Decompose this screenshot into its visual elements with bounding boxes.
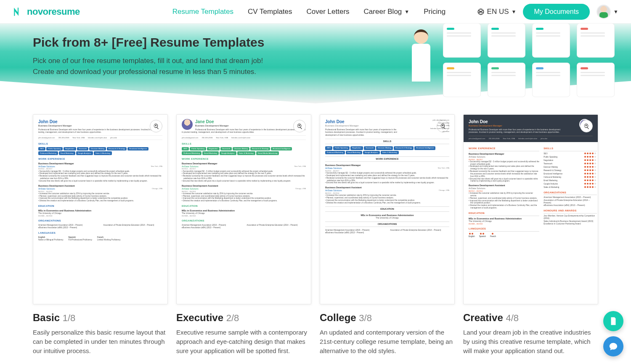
contact-row: john.doe@gmail.com202-555-0166New York, … bbox=[38, 135, 162, 140]
chevron-down-icon: ▼ bbox=[404, 9, 409, 15]
chat-fab[interactable] bbox=[603, 336, 623, 356]
template-desc: Executive resume sample with a contempor… bbox=[176, 328, 311, 355]
template-title: Creative 4/8 bbox=[463, 312, 598, 324]
templates-grid: John Doe Business Development Manager Pr… bbox=[0, 103, 631, 364]
creative-body: WORK EXPERIENCE Business Development Man… bbox=[464, 142, 598, 242]
skills-row: SEOPublic SpeakingNegotiationTeamworkDec… bbox=[38, 147, 162, 155]
template-executive: Jane Doe Business Development Manager Pr… bbox=[176, 114, 311, 355]
hero-sub1: Pick one of our free resume templates, f… bbox=[33, 55, 285, 66]
hero: Pick from 8+ [Free] Resume Templates Pic… bbox=[0, 24, 631, 103]
skills-row: SEOPublic SpeakingNegotiationTeamworkDec… bbox=[325, 146, 449, 154]
hero-copy: Pick from 8+ [Free] Resume Templates Pic… bbox=[0, 24, 631, 77]
chat-icon bbox=[609, 342, 618, 351]
template-creative: John Doe Business Development Manager Pr… bbox=[463, 114, 598, 355]
language-switcher[interactable]: EN US ▼ bbox=[477, 8, 517, 16]
document-icon bbox=[609, 317, 618, 326]
template-basic: John Doe Business Development Manager Pr… bbox=[33, 114, 168, 355]
globe-icon bbox=[477, 8, 485, 16]
hero-sub2: Create and download your professional re… bbox=[33, 66, 285, 77]
template-preview-creative[interactable]: John Doe Business Development Manager Pr… bbox=[463, 114, 598, 304]
template-title: College 3/8 bbox=[320, 312, 455, 324]
brand-logo[interactable]: novoresume bbox=[13, 6, 80, 17]
creative-header: John Doe Business Development Manager Pr… bbox=[464, 115, 598, 142]
zoom-button[interactable] bbox=[580, 120, 593, 132]
template-desc: An updated and contemporary version of t… bbox=[320, 328, 455, 355]
chevron-down-icon: ▼ bbox=[512, 9, 517, 15]
avatar bbox=[597, 5, 611, 19]
template-title: Executive 2/8 bbox=[176, 312, 311, 324]
account-menu[interactable]: ▼ bbox=[597, 5, 618, 19]
nav-pricing[interactable]: Pricing bbox=[424, 8, 445, 16]
nav-resume-templates[interactable]: Resume Templates bbox=[172, 8, 233, 16]
logo-icon bbox=[13, 6, 24, 17]
magnify-icon bbox=[153, 123, 159, 129]
nav-cover-letters[interactable]: Cover Letters bbox=[307, 8, 350, 16]
fab-column bbox=[603, 311, 623, 356]
template-college: john.doe@gmail.com202-555-0166New York, … bbox=[320, 114, 455, 355]
lang-row: EnglishNative or Bilingual Proficiency S… bbox=[38, 236, 162, 241]
nav-career-blog[interactable]: Career Blog ▼ bbox=[364, 8, 410, 16]
template-preview-basic[interactable]: John Doe Business Development Manager Pr… bbox=[33, 114, 168, 304]
sample-name: John Doe bbox=[38, 119, 162, 124]
sample-summary: Professional Business Developer with mor… bbox=[38, 129, 162, 134]
zoom-button[interactable] bbox=[150, 120, 162, 132]
contact-col: john.doe@gmail.com202-555-0166New York, … bbox=[430, 119, 449, 133]
language-label: EN US bbox=[487, 8, 509, 16]
chevron-down-icon: ▼ bbox=[613, 9, 618, 15]
nav-career-blog-label: Career Blog bbox=[364, 8, 402, 16]
top-nav: novoresume Resume Templates CV Templates… bbox=[0, 0, 631, 24]
zoom-button[interactable] bbox=[293, 120, 306, 132]
template-desc: Easily personalize this basic resume lay… bbox=[33, 328, 168, 355]
nav-cv-templates[interactable]: CV Templates bbox=[248, 8, 292, 16]
skills-row: SEOPublic SpeakingNegotiationTeamworkDec… bbox=[182, 147, 306, 155]
profile-pic bbox=[182, 119, 193, 130]
magnify-icon bbox=[297, 123, 303, 129]
feedback-fab[interactable] bbox=[603, 311, 623, 331]
contact-row: john.doe@gmail.com202-555-0166New York, … bbox=[182, 135, 306, 140]
template-preview-executive[interactable]: Jane Doe Business Development Manager Pr… bbox=[176, 114, 311, 304]
template-desc: Land your dream job in the creative indu… bbox=[463, 328, 598, 355]
magnify-icon bbox=[583, 123, 590, 129]
nav-links: Resume Templates CV Templates Cover Lett… bbox=[172, 8, 445, 16]
sample-name: Jane Doe bbox=[182, 119, 306, 124]
skills-rating: SEOPublic SpeakingNegotiationTeamworkDec… bbox=[544, 153, 597, 189]
brand-name: novoresume bbox=[27, 6, 80, 17]
template-preview-college[interactable]: john.doe@gmail.com202-555-0166New York, … bbox=[320, 114, 455, 304]
nav-right: EN US ▼ My Documents ▼ bbox=[477, 4, 618, 20]
sample-role: Business Development Manager bbox=[182, 124, 306, 127]
hero-title: Pick from 8+ [Free] Resume Templates bbox=[33, 35, 631, 50]
my-documents-button[interactable]: My Documents bbox=[523, 4, 590, 20]
sample-role: Business Development Manager bbox=[38, 124, 162, 127]
template-title: Basic 1/8 bbox=[33, 312, 168, 324]
